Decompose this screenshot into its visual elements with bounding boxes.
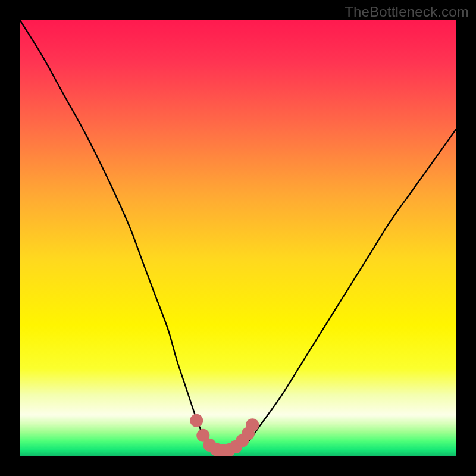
- gradient-background: [20, 20, 456, 456]
- highlight-point: [246, 418, 259, 431]
- plot-area: [20, 20, 456, 456]
- watermark-text: TheBottleneck.com: [345, 4, 469, 20]
- highlight-point: [190, 414, 203, 427]
- bottleneck-chart: [20, 20, 456, 456]
- chart-frame: TheBottleneck.com: [0, 0, 476, 476]
